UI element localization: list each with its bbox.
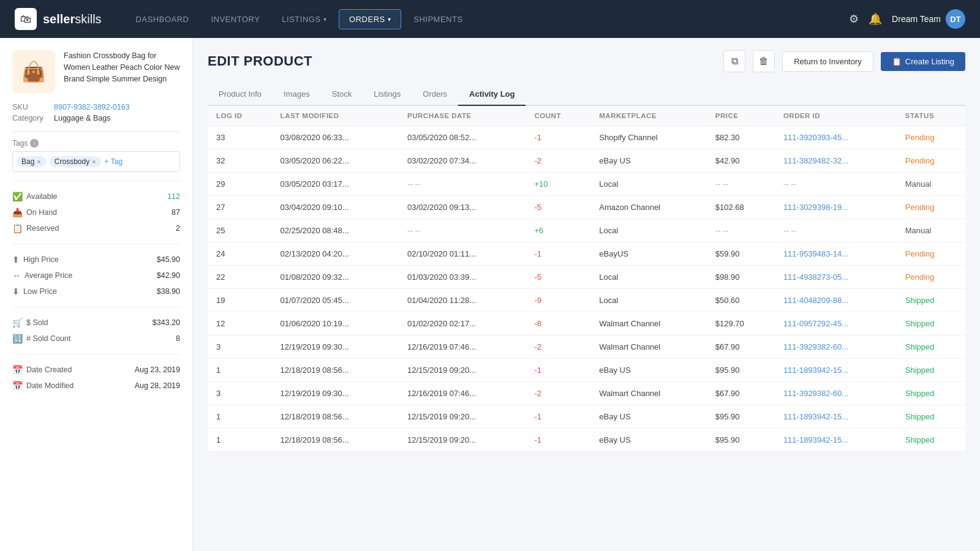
tab-orders[interactable]: Orders <box>412 83 458 106</box>
count-sold-value: 8 <box>176 334 180 343</box>
cell-purchase-date: 12/16/2019 07:46... <box>399 382 526 405</box>
col-status: STATUS <box>897 106 965 126</box>
dollar-sold-row: 🛒 $ Sold $343.20 <box>12 315 180 331</box>
order-id-link[interactable]: 111-3929382-60... <box>783 342 848 351</box>
table-row: 3 12/19/2019 09:30... 12/16/2019 07:46..… <box>208 335 965 359</box>
tab-product-info[interactable]: Product Info <box>208 83 273 106</box>
high-price-icon: ⬆ <box>12 255 20 264</box>
cell-price: $82.30 <box>707 126 775 149</box>
high-price-row: ⬆ High Price $45.90 <box>12 252 180 268</box>
cell-log-id: 1 <box>208 359 272 382</box>
cell-order-id: 111-1893942-15... <box>775 359 897 382</box>
order-id-link[interactable]: 111-1893942-15... <box>783 365 848 375</box>
order-id-link[interactable]: 111-4048209-88... <box>783 296 848 305</box>
tab-images[interactable]: Images <box>273 83 321 106</box>
onhand-icon: 📥 <box>12 208 23 217</box>
cell-last-modified: 03/08/2020 06:33... <box>272 126 399 149</box>
divider-3 <box>12 244 180 244</box>
orders-chevron-icon: ▾ <box>388 16 391 23</box>
table-row: 12 01/06/2020 10:19... 01/02/2020 02:17.… <box>208 312 965 335</box>
order-id-link[interactable]: 111-9539483-14... <box>783 249 848 258</box>
nav-orders[interactable]: ORDERS ▾ <box>339 9 401 29</box>
tab-activity-log[interactable]: Activity Log <box>458 83 526 106</box>
cell-price: $95.90 <box>707 405 775 429</box>
cell-status: Pending <box>897 242 965 266</box>
notifications-icon[interactable]: 🔔 <box>869 12 882 26</box>
divider-1 <box>12 131 180 132</box>
nav-listings[interactable]: LISTINGS ▾ <box>272 10 336 29</box>
cell-purchase-date: -- -- <box>399 173 526 196</box>
cell-price: $102.68 <box>707 196 775 219</box>
return-to-inventory-button[interactable]: Return to Inventory <box>782 51 873 72</box>
cell-count: -1 <box>526 405 591 429</box>
cell-count: +10 <box>526 173 591 196</box>
user-menu[interactable]: Dream Team DT <box>892 9 965 29</box>
cell-status: Manual <box>897 219 965 242</box>
col-count: COUNT <box>526 106 591 126</box>
table-row: 3 12/19/2019 09:30... 12/16/2019 07:46..… <box>208 382 965 405</box>
divider-5 <box>12 354 180 354</box>
nav-right: ⚙ 🔔 Dream Team DT <box>849 9 965 29</box>
cell-price: $95.90 <box>707 429 775 452</box>
order-id-link[interactable]: 111-3929382-60... <box>783 389 848 398</box>
date-created-row: 📅 Date Created Aug 23, 2019 <box>12 362 180 378</box>
cell-last-modified: 03/05/2020 03:17... <box>272 173 399 196</box>
table-header: LOG ID LAST MODIFIED PURCHASE DATE COUNT… <box>208 106 965 126</box>
nav-inventory[interactable]: INVENTORY <box>201 10 270 29</box>
delete-button[interactable]: 🗑 <box>753 50 775 72</box>
reserved-icon: 📋 <box>12 223 23 233</box>
cell-count: -1 <box>526 359 591 382</box>
cell-price: $67.90 <box>707 382 775 405</box>
order-id-link[interactable]: 111-3829482-32... <box>783 156 848 165</box>
brand[interactable]: 🛍 sellerskills <box>15 8 102 30</box>
nav-shipments[interactable]: SHIPMENTS <box>404 10 472 29</box>
cell-marketplace: Walmart Channel <box>590 335 707 359</box>
onhand-value: 87 <box>172 208 180 217</box>
cell-status: Pending <box>897 126 965 149</box>
tab-listings[interactable]: Listings <box>363 83 412 106</box>
tag-crossbody-remove[interactable]: × <box>92 158 96 165</box>
tag-crossbody: Crossbody × <box>50 156 101 167</box>
tab-stock[interactable]: Stock <box>321 83 363 106</box>
order-id-link[interactable]: 111-4938273-05... <box>783 272 848 282</box>
order-id-link[interactable]: 111-1893942-15... <box>783 412 848 421</box>
activity-log-table: LOG ID LAST MODIFIED PURCHASE DATE COUNT… <box>208 106 965 452</box>
page-title: EDIT PRODUCT <box>208 53 312 69</box>
create-listing-button[interactable]: 📋 Create Listing <box>881 52 965 71</box>
stat-on-hand: 📥 On Hand 87 <box>12 204 180 220</box>
category-row: Category Luggage & Bags <box>12 114 180 122</box>
add-tag-button[interactable]: + Tag <box>105 157 123 166</box>
order-id-link[interactable]: 111-1893942-15... <box>783 435 848 444</box>
cell-log-id: 27 <box>208 196 272 219</box>
stat-available: ✅ Available 112 <box>12 189 180 204</box>
cell-marketplace: Local <box>590 219 707 242</box>
order-id-link[interactable]: 111-0957292-45... <box>783 319 848 328</box>
cell-marketplace: eBay US <box>590 359 707 382</box>
cell-order-id: 111-3929382-60... <box>775 382 897 405</box>
available-icon: ✅ <box>12 192 23 201</box>
cell-purchase-date: 03/02/2020 09:13... <box>399 196 526 219</box>
table-row: 33 03/08/2020 06:33... 03/05/2020 08:52.… <box>208 126 965 149</box>
cell-last-modified: 12/18/2019 08:56... <box>272 429 399 452</box>
cell-price: $129.70 <box>707 312 775 335</box>
cell-status: Pending <box>897 266 965 289</box>
tag-bag-remove[interactable]: × <box>37 158 40 165</box>
cell-purchase-date: -- -- <box>399 219 526 242</box>
table-row: 29 03/05/2020 03:17... -- -- +10 Local -… <box>208 173 965 196</box>
tags-container: Bag × Crossbody × + Tag <box>12 151 180 172</box>
brand-name: sellerskills <box>43 12 102 26</box>
cell-status: Shipped <box>897 289 965 312</box>
order-id-link[interactable]: 111-3029398-19... <box>783 203 848 212</box>
avg-price-value: $42.90 <box>157 271 180 280</box>
nav-dashboard[interactable]: DASHBOARD <box>126 10 199 29</box>
availability-stats: ✅ Available 112 📥 On Hand 87 📋 Reserved … <box>12 189 180 236</box>
col-order-id: ORDER ID <box>775 106 897 126</box>
date-modified-value: Aug 28, 2019 <box>135 381 180 390</box>
copy-button[interactable]: ⧉ <box>723 50 745 72</box>
cell-purchase-date: 12/15/2019 09:20... <box>399 429 526 452</box>
order-id-link[interactable]: 111-3920393-45... <box>783 133 848 142</box>
cell-price: $67.90 <box>707 335 775 359</box>
sku-value[interactable]: 8907-9382-3892-0163 <box>54 103 130 111</box>
cell-last-modified: 02/25/2020 08:48... <box>272 219 399 242</box>
settings-icon[interactable]: ⚙ <box>849 12 859 26</box>
